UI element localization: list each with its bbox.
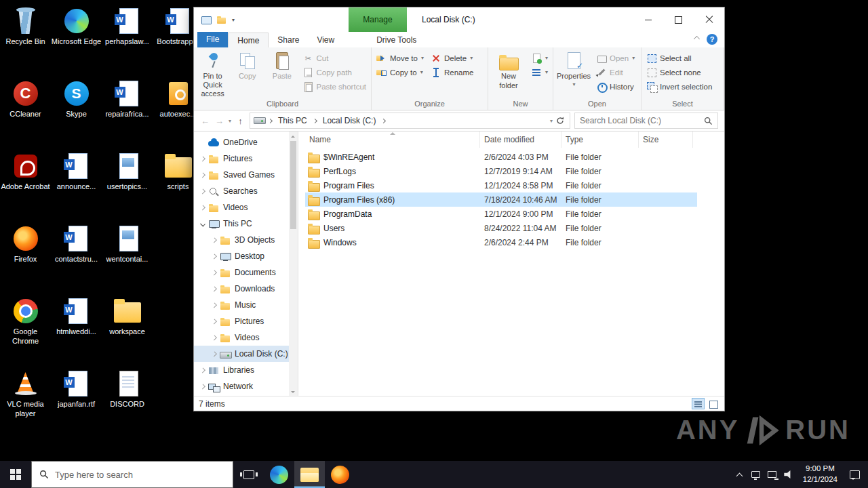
paste-shortcut-button[interactable]: Paste shortcut (299, 79, 370, 94)
taskbar-search[interactable] (31, 461, 233, 488)
desktop-icon[interactable]: Recycle Bin (0, 4, 51, 77)
minimize-ribbon-icon[interactable] (694, 36, 700, 42)
desktop-icon[interactable]: japanfan.rtf (51, 367, 102, 439)
nav-item[interactable]: Downloads (194, 281, 298, 297)
copy-path-button[interactable]: Copy path (299, 65, 370, 79)
paste-button[interactable]: Paste (264, 49, 299, 81)
tab-file[interactable]: File (197, 32, 228, 47)
expand-chevron-icon[interactable] (200, 205, 205, 210)
nav-scrollbar[interactable] (289, 131, 298, 396)
properties-button[interactable]: ✓ Properties ▾ (555, 49, 593, 87)
details-view-button[interactable] (692, 398, 705, 409)
forward-button[interactable]: → (214, 116, 224, 126)
nav-item[interactable]: OneDrive (194, 134, 298, 150)
qat-dropdown-icon[interactable]: ▾ (232, 17, 235, 23)
expand-chevron-icon[interactable] (212, 302, 217, 308)
copy-to-button[interactable]: Copy to▾ (373, 65, 427, 79)
tab-drive-tools[interactable]: Drive Tools (368, 33, 425, 47)
tray-network-button[interactable] (764, 461, 781, 488)
nav-item[interactable]: Pictures (194, 150, 298, 167)
history-button[interactable]: History (593, 79, 638, 94)
nav-item[interactable]: Searches (194, 183, 298, 199)
desktop-icon[interactable]: usertopics... (102, 149, 153, 222)
nav-item[interactable]: Videos (194, 199, 298, 216)
task-view-button[interactable] (233, 461, 264, 488)
expand-chevron-icon[interactable] (212, 286, 217, 291)
nav-item[interactable]: Documents (194, 264, 298, 281)
tab-view[interactable]: View (308, 33, 343, 47)
cut-button[interactable]: ✂Cut (299, 51, 370, 65)
new-folder-button[interactable]: New folder (490, 49, 528, 89)
desktop-icon[interactable]: Firefox (0, 222, 51, 294)
column-header-date-modified[interactable]: Date modified (480, 131, 561, 148)
help-icon[interactable]: ? (707, 34, 717, 45)
nav-item[interactable]: Saved Games (194, 167, 298, 183)
nav-item[interactable]: 3D Objects (194, 232, 298, 248)
taskbar-search-input[interactable] (55, 470, 225, 480)
title-bar[interactable]: ▾ Manage Local Disk (C:) (194, 7, 724, 32)
tray-display-button[interactable] (748, 461, 764, 488)
file-row[interactable]: Program Files 12/1/2024 8:58 PM File fol… (305, 178, 697, 192)
edit-button[interactable]: Edit (593, 65, 638, 79)
minimize-button[interactable] (633, 7, 663, 32)
scrollbar-thumb[interactable] (290, 141, 296, 229)
file-row[interactable]: Windows 2/6/2024 2:44 PM File folder (305, 235, 697, 249)
search-box[interactable] (574, 113, 718, 129)
desktop-icon[interactable]: Microsoft Edge (51, 4, 102, 77)
desktop-icon[interactable]: VLC media player (0, 367, 51, 439)
close-button[interactable] (694, 7, 724, 32)
taskbar-edge-button[interactable] (264, 461, 294, 488)
taskbar-file-explorer-button[interactable] (294, 461, 325, 488)
action-center-button[interactable] (844, 461, 865, 488)
select-none-button[interactable]: Select none (643, 65, 715, 79)
nav-item[interactable]: Local Disk (C:) (194, 346, 298, 362)
maximize-button[interactable] (663, 7, 694, 32)
recent-locations-button[interactable]: ▾ (229, 118, 231, 124)
expand-chevron-icon[interactable] (212, 253, 217, 259)
desktop-icon[interactable]: Google Chrome (0, 294, 51, 367)
new-item-button[interactable]: ▾ (528, 51, 551, 65)
desktop-icon[interactable]: CCleaner (0, 77, 51, 149)
invert-selection-button[interactable]: Invert selection (643, 79, 715, 94)
refresh-button[interactable] (554, 117, 566, 125)
file-row[interactable]: $WinREAgent 2/6/2024 4:03 PM File folder (305, 150, 697, 164)
desktop-icon[interactable]: htmlweddi... (51, 294, 102, 367)
column-header-type[interactable]: Type (561, 131, 639, 148)
nav-item[interactable]: Videos (194, 329, 298, 346)
desktop-icon[interactable]: DISCORD (102, 367, 153, 439)
file-row[interactable]: Program Files (x86) 7/18/2024 10:46 AM F… (305, 192, 697, 207)
column-header-name[interactable]: Name (305, 131, 480, 148)
hidden-icons-button[interactable] (732, 461, 748, 488)
desktop-icon[interactable]: contactstru... (51, 222, 102, 294)
expand-chevron-icon[interactable] (200, 188, 205, 194)
taskbar-firefox-button[interactable] (325, 461, 355, 488)
desktop-icon[interactable]: Adobe Acrobat (0, 149, 51, 222)
expand-chevron-icon[interactable] (212, 351, 217, 357)
expand-chevron-icon[interactable] (212, 319, 217, 324)
nav-item[interactable]: Network (194, 378, 298, 394)
expand-chevron-icon[interactable] (212, 237, 217, 243)
file-row[interactable]: ProgramData 12/1/2024 9:00 PM File folde… (305, 207, 697, 221)
manage-contextual-tab[interactable]: Manage (349, 7, 407, 32)
nav-item[interactable]: Desktop (194, 248, 298, 264)
desktop-icon[interactable]: Skype (51, 77, 102, 149)
large-icons-view-button[interactable] (707, 398, 719, 409)
desktop-icon[interactable]: wentcontai... (102, 222, 153, 294)
scroll-up-icon[interactable] (289, 131, 298, 140)
tab-home[interactable]: Home (228, 33, 269, 47)
copy-button[interactable]: Copy (230, 49, 264, 81)
desktop-icon[interactable]: repairafrica... (102, 77, 153, 149)
back-button[interactable]: ← (200, 116, 210, 126)
file-row[interactable]: PerfLogs 12/7/2019 9:14 AM File folder (305, 164, 697, 178)
desktop-icon[interactable]: announce... (51, 149, 102, 222)
expand-chevron-icon[interactable] (212, 270, 217, 275)
tray-volume-button[interactable] (781, 461, 797, 488)
scroll-down-icon[interactable] (289, 387, 298, 396)
easy-access-button[interactable]: ▾ (528, 65, 551, 79)
select-all-button[interactable]: Select all (643, 51, 715, 65)
search-input[interactable] (580, 116, 700, 125)
column-header-size[interactable]: Size (639, 131, 693, 148)
nav-item[interactable]: Music (194, 297, 298, 313)
address-bar[interactable]: This PC Local Disk (C:) ▾ (250, 113, 570, 129)
taskbar-clock[interactable]: 9:00 PM 12/1/2024 (797, 464, 844, 485)
